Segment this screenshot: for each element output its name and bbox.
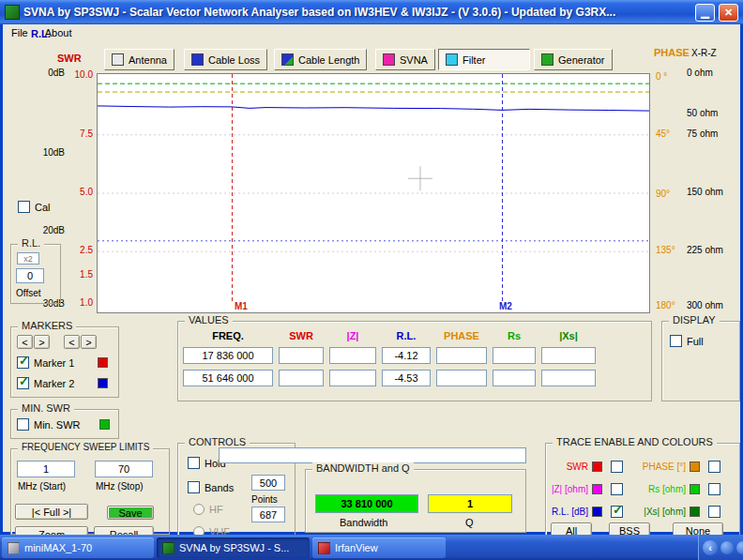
trace-swr-swatch[interactable] — [592, 462, 602, 472]
display-group-title: DISPLAY — [669, 314, 720, 325]
save-button[interactable]: Save — [107, 506, 154, 520]
tray-network-icon[interactable] — [720, 541, 734, 554]
marker2-checkbox-label: Marker 2 — [34, 378, 74, 389]
trace-xs-swatch[interactable] — [690, 507, 700, 517]
trace-phase-checkbox[interactable] — [708, 461, 720, 473]
generator-icon — [541, 53, 553, 66]
svna-task-icon — [162, 542, 174, 554]
trace-z-swatch[interactable] — [592, 484, 602, 494]
svna-icon — [383, 53, 395, 66]
tray-chevron-left-icon[interactable]: ‹ — [703, 540, 718, 555]
offset-label: Offset — [16, 288, 41, 298]
trace-rs-swatch[interactable] — [690, 484, 700, 494]
values-header-phase: PHASE — [436, 330, 487, 341]
taskbar-irfanview-button[interactable]: IrfanView — [312, 537, 446, 558]
ohm-tick: 300 ohm — [687, 300, 732, 310]
toolbar-generator-button[interactable]: Generator — [534, 49, 613, 70]
toolbar-svna-button[interactable]: SVNA — [375, 49, 435, 70]
values-header-xs: |Xs| — [541, 330, 596, 341]
minimax-icon — [8, 542, 20, 554]
values-row1-freq: 17 836 000 — [183, 347, 273, 364]
marker2-prev-button[interactable]: < — [64, 335, 80, 349]
full-span-button[interactable]: |< Full >| — [15, 504, 88, 520]
bands-checkbox[interactable]: Bands — [188, 481, 234, 493]
points-input[interactable] — [251, 475, 285, 491]
taskbar: miniMAX_1-70 SVNA by SP3SWJ - S... Irfan… — [0, 535, 743, 560]
phase-tick: 0 ° — [656, 71, 684, 82]
menubar: File About — [3, 24, 740, 41]
taskbar-svna-label: SVNA by SP3SWJ - S... — [179, 542, 289, 553]
trace-rs-checkbox[interactable] — [708, 483, 720, 495]
cal-checkbox[interactable]: Cal — [18, 201, 51, 213]
marker2-checkbox-box[interactable]: ✓ — [17, 377, 29, 389]
rl-offset-input[interactable] — [16, 268, 44, 283]
message-field[interactable] — [219, 447, 526, 463]
taskbar-minimax-button[interactable]: miniMAX_1-70 — [2, 537, 154, 558]
hold-checkbox-box[interactable] — [188, 457, 200, 469]
marker1-checkbox[interactable]: ✓ Marker 1 — [17, 356, 74, 369]
trace-swr-checkbox[interactable] — [611, 461, 623, 473]
sweep-limits-title: FREQUENCY SWEEP LIMITS — [18, 442, 153, 452]
toolbar-cable-length-button[interactable]: Cable Length — [274, 49, 367, 70]
min-swr-group: MIN. SWR Min. SWR — [10, 409, 119, 439]
irfanview-icon — [318, 542, 330, 554]
rl-tick: 10dB — [31, 147, 65, 158]
markers-group-title: MARKERS — [18, 320, 76, 331]
sweep-stop-input[interactable] — [95, 461, 153, 477]
values-row2-freq: 51 646 000 — [183, 370, 273, 386]
trace-rl-checkbox[interactable]: ✓ — [611, 506, 623, 518]
swr-tick: 2.5 — [67, 245, 93, 255]
toolbar-filter-button[interactable]: Filter — [438, 49, 530, 70]
values-row2-xs — [541, 370, 596, 386]
values-header-z: |Z| — [329, 330, 376, 341]
marker1-prev-button[interactable]: < — [17, 335, 33, 349]
marker1-checkbox-box[interactable]: ✓ — [17, 356, 29, 369]
min-swr-checkbox[interactable]: Min. SWR — [17, 418, 81, 431]
x2-toggle[interactable]: x2 — [17, 252, 39, 265]
toolbar-cable-length-label: Cable Length — [298, 54, 359, 66]
svna-window: SVNA by SP3SWJ - Scalar Vector Network A… — [0, 0, 743, 535]
marker2-next-button[interactable]: > — [81, 335, 97, 349]
trace-phase-swatch[interactable] — [690, 462, 700, 472]
sweep-start-input[interactable] — [17, 461, 75, 477]
values-row1-rs — [493, 347, 536, 364]
sweep-stop-label: MHz (Stop) — [96, 481, 144, 492]
titlebar[interactable]: SVNA by SP3SWJ - Scalar Vector Network A… — [0, 0, 743, 24]
bands-checkbox-box[interactable] — [188, 481, 200, 493]
steps-input[interactable] — [251, 507, 285, 522]
hf-radio[interactable]: HF — [193, 504, 223, 515]
values-group-title: VALUES — [185, 314, 233, 325]
min-swr-color-swatch — [99, 419, 110, 430]
sweep-start-label: MHz (Start) — [18, 481, 66, 492]
tray-status-icon[interactable] — [736, 541, 743, 554]
swr-tick: 1.5 — [67, 269, 93, 280]
values-header-rs: Rs — [493, 330, 536, 341]
q-label: Q — [465, 517, 474, 528]
filter-icon — [446, 53, 458, 66]
rl-tick: 0dB — [31, 68, 65, 78]
sweep-chart[interactable]: M1 M2 — [97, 73, 650, 313]
values-header-swr: SWR — [279, 330, 324, 341]
phase-tick: 135° — [656, 245, 684, 255]
hf-radio-circle[interactable] — [193, 504, 205, 515]
controls-group-title: CONTROLS — [185, 436, 250, 447]
full-checkbox-box[interactable] — [670, 335, 682, 347]
ohm-tick-column: 0 ohm 50 ohm 75 ohm 150 ohm 225 ohm 300 … — [687, 0, 732, 319]
full-checkbox[interactable]: Full — [670, 335, 704, 347]
taskbar-svna-button[interactable]: SVNA by SP3SWJ - S... — [157, 537, 310, 558]
min-swr-group-title: MIN. SWR — [18, 402, 74, 414]
values-row2-phase — [436, 370, 487, 386]
trace-z-checkbox[interactable] — [611, 483, 623, 495]
toolbar-antenna-button[interactable]: Antenna — [104, 49, 174, 70]
min-swr-checkbox-box[interactable] — [17, 418, 29, 431]
ohm-tick: 0 ohm — [687, 68, 732, 78]
marker2-checkbox[interactable]: ✓ Marker 2 — [17, 377, 74, 389]
trace-xs-checkbox[interactable] — [708, 506, 720, 518]
cal-checkbox-box[interactable] — [18, 201, 30, 213]
toolbar-cable-loss-button[interactable]: Cable Loss — [184, 49, 267, 70]
values-row2-rl: -4.53 — [382, 370, 431, 386]
window-title: SVNA by SP3SWJ - Scalar Vector Network A… — [23, 6, 691, 19]
marker1-next-button[interactable]: > — [34, 335, 50, 349]
trace-rl-swatch[interactable] — [592, 507, 602, 517]
ohm-tick: 75 ohm — [687, 129, 732, 139]
